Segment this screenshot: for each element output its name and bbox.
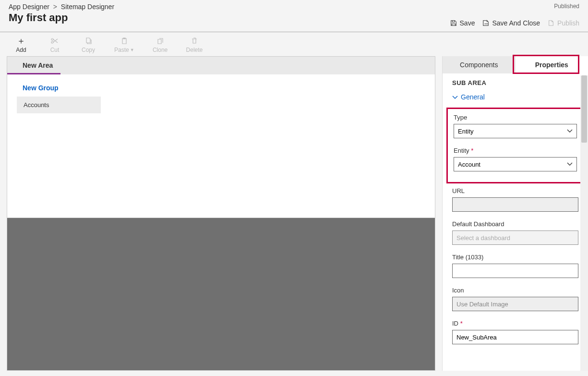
tab-properties[interactable]: Properties — [516, 56, 588, 73]
id-input[interactable] — [452, 330, 578, 344]
save-close-icon — [482, 20, 489, 26]
header-left: App Designer > Sitemap Designer My first… — [9, 3, 114, 24]
tab-components[interactable]: Components — [443, 56, 516, 73]
header-right: Published Save Save And Close Publish — [450, 3, 579, 27]
field-type: Type Entity — [454, 114, 577, 138]
scrollbar-thumb[interactable] — [581, 75, 587, 143]
type-label: Type — [454, 114, 577, 121]
copy-button: Copy — [81, 37, 96, 53]
field-icon: Icon Use Default Image — [452, 287, 578, 311]
area-header: New Area — [7, 57, 435, 74]
subarea-item[interactable]: Accounts — [17, 97, 101, 113]
toolbar: ＋ Add Cut Copy Paste▼ Clone Delete — [0, 32, 588, 56]
scrollbar[interactable] — [580, 75, 588, 371]
copy-icon — [84, 37, 92, 45]
action-buttons: Save Save And Close Publish — [450, 19, 579, 27]
breadcrumb-app-designer[interactable]: App Designer — [9, 3, 49, 11]
status-label: Published — [450, 3, 579, 10]
title-input[interactable] — [452, 264, 578, 278]
url-label: URL — [452, 187, 578, 194]
save-button[interactable]: Save — [450, 19, 475, 27]
publish-label: Publish — [557, 19, 579, 27]
save-icon — [450, 20, 457, 26]
save-close-label: Save And Close — [492, 19, 540, 27]
delete-label: Delete — [186, 47, 203, 53]
breadcrumb-sep: > — [53, 3, 57, 11]
accordion-label: General — [461, 93, 485, 101]
clone-button: Clone — [153, 37, 168, 53]
header-row: App Designer > Sitemap Designer My first… — [9, 3, 579, 27]
paste-button: Paste▼ — [114, 37, 134, 53]
chevron-down-icon — [452, 95, 458, 99]
publish-icon — [548, 20, 554, 26]
main: New Area New Group Accounts Components P… — [0, 56, 588, 371]
accordion-general[interactable]: General — [452, 93, 578, 101]
canvas-column: New Area New Group Accounts — [0, 56, 442, 371]
trash-icon — [191, 37, 198, 45]
save-label: Save — [460, 19, 475, 27]
group-body: New Group Accounts — [7, 74, 435, 121]
type-select[interactable]: Entity — [454, 124, 577, 138]
area-tab[interactable]: New Area — [7, 57, 60, 74]
header: App Designer > Sitemap Designer My first… — [0, 0, 588, 32]
panel-body: SUB AREA General Type Entity Entity * Ac… — [443, 73, 588, 371]
add-button[interactable]: ＋ Add — [13, 37, 29, 53]
delete-button: Delete — [186, 37, 203, 53]
group-title[interactable]: New Group — [17, 82, 425, 97]
field-url: URL — [452, 187, 578, 212]
publish-button: Publish — [548, 19, 579, 27]
canvas-empty-area — [7, 218, 435, 371]
section-label: SUB AREA — [452, 79, 578, 86]
page-title: My first app — [9, 12, 114, 24]
cut-button: Cut — [47, 37, 62, 53]
highlight-type-entity: Type Entity Entity * Account — [446, 108, 584, 183]
id-label: ID * — [452, 320, 578, 327]
paste-icon — [120, 37, 128, 45]
breadcrumb-sitemap-designer[interactable]: Sitemap Designer — [61, 3, 114, 11]
breadcrumb: App Designer > Sitemap Designer — [9, 3, 114, 11]
add-label: Add — [16, 47, 26, 53]
entity-label: Entity * — [454, 147, 577, 154]
cut-label: Cut — [50, 47, 60, 53]
dashboard-select: Select a dashboard — [452, 230, 578, 245]
field-dashboard: Default Dashboard Select a dashboard — [452, 220, 578, 245]
field-title: Title (1033) — [452, 254, 578, 278]
field-entity: Entity * Account — [454, 147, 577, 171]
url-input — [452, 197, 578, 212]
copy-label: Copy — [82, 47, 95, 53]
sitemap-canvas[interactable]: New Area New Group Accounts — [7, 56, 435, 218]
panel-tabs: Components Properties — [443, 56, 588, 73]
title-label: Title (1033) — [452, 254, 578, 261]
save-close-button[interactable]: Save And Close — [482, 19, 540, 27]
paste-label: Paste▼ — [114, 47, 134, 53]
clone-label: Clone — [153, 47, 168, 53]
plus-icon: ＋ — [17, 37, 25, 45]
properties-panel: Components Properties SUB AREA General T… — [442, 56, 588, 371]
dashboard-label: Default Dashboard — [452, 220, 578, 228]
scissors-icon — [51, 37, 59, 45]
clone-icon — [156, 37, 164, 45]
icon-select[interactable]: Use Default Image — [452, 297, 578, 311]
entity-select[interactable]: Account — [454, 157, 577, 171]
icon-label: Icon — [452, 287, 578, 294]
field-id: ID * — [452, 320, 578, 344]
